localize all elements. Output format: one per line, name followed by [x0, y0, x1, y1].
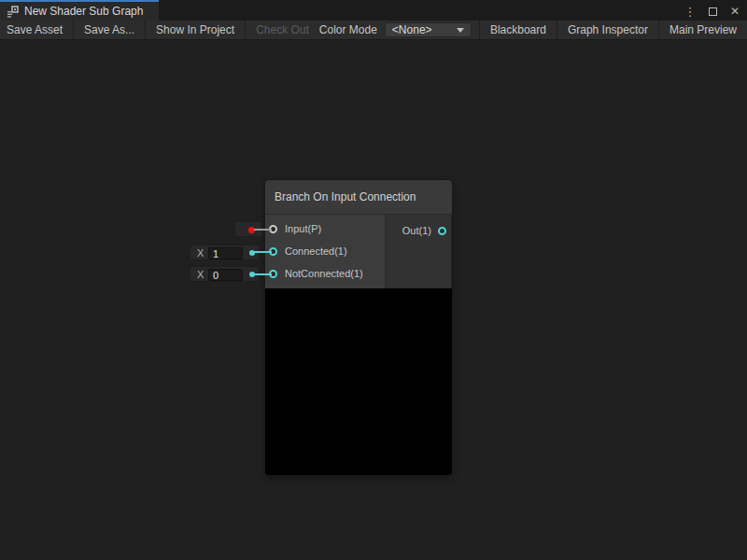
connected-value-field[interactable]: 1: [208, 247, 243, 259]
node-title-bar[interactable]: Branch On Input Connection: [265, 180, 452, 215]
port-label-input: Input(P): [285, 223, 321, 234]
tab-title: New Shader Sub Graph: [24, 5, 143, 18]
port-row-connected: Connected(1): [265, 240, 385, 262]
node-title: Branch On Input Connection: [275, 190, 416, 203]
blackboard-toggle-button[interactable]: Blackboard: [479, 21, 557, 39]
x-component-label: X: [197, 269, 204, 280]
close-icon[interactable]: ✕: [728, 4, 741, 19]
window-menu-icon[interactable]: ⋮: [684, 4, 697, 19]
show-in-project-button[interactable]: Show In Project: [146, 21, 246, 39]
node-input-ports: Input(P) Connected(1) NotConnected(1): [265, 215, 386, 288]
color-mode-dropdown[interactable]: <None>: [385, 22, 472, 37]
node-body: Input(P) Connected(1) NotConnected(1) Ou…: [265, 215, 452, 288]
x-component-label: X: [197, 247, 204, 259]
save-asset-button[interactable]: Save Asset: [0, 21, 74, 39]
output-port-out[interactable]: [438, 227, 446, 235]
notconnected-connector-edge: [254, 273, 272, 275]
node-branch-on-input-connection[interactable]: Branch On Input Connection Input(P) Conn…: [265, 180, 452, 475]
dropdown-caret-icon: [457, 28, 464, 33]
connected-connector-edge: [254, 251, 272, 253]
node-preview-area: [265, 288, 452, 475]
notconnected-default-slot: X 0: [190, 266, 260, 282]
color-mode-selected-value: <None>: [392, 23, 432, 36]
toolbar-right-group: Blackboard Graph Inspector Main Preview: [479, 21, 747, 39]
graph-canvas[interactable]: Branch On Input Connection Input(P) Conn…: [0, 40, 747, 560]
color-mode-label: Color Mode: [319, 21, 385, 39]
connected-default-slot: X 1: [190, 245, 260, 260]
port-row-input: Input(P): [265, 217, 385, 240]
port-row-out: Out(1): [386, 219, 451, 242]
port-label-notconnected: NotConnected(1): [285, 268, 363, 279]
shader-graph-toolbar: Save Asset Save As... Show In Project Ch…: [0, 21, 747, 40]
tab-bar: New Shader Sub Graph ⋮ ✕: [0, 0, 747, 21]
node-output-ports: Out(1): [386, 215, 451, 288]
port-label-connected: Connected(1): [285, 245, 347, 257]
graph-inspector-toggle-button[interactable]: Graph Inspector: [557, 21, 658, 39]
tab-new-shader-sub-graph[interactable]: New Shader Sub Graph: [0, 2, 159, 21]
check-out-button: Check Out: [246, 21, 319, 39]
input-p-connector-edge: [254, 229, 272, 231]
maximize-icon[interactable]: [706, 4, 719, 19]
port-label-out: Out(1): [402, 225, 431, 236]
port-row-notconnected: NotConnected(1): [265, 262, 385, 285]
main-preview-toggle-button[interactable]: Main Preview: [658, 21, 747, 39]
shader-sub-graph-icon: [7, 6, 19, 18]
notconnected-value-field[interactable]: 0: [208, 269, 243, 281]
window-controls: ⋮ ✕: [684, 2, 741, 21]
save-as-button[interactable]: Save As...: [74, 21, 146, 39]
